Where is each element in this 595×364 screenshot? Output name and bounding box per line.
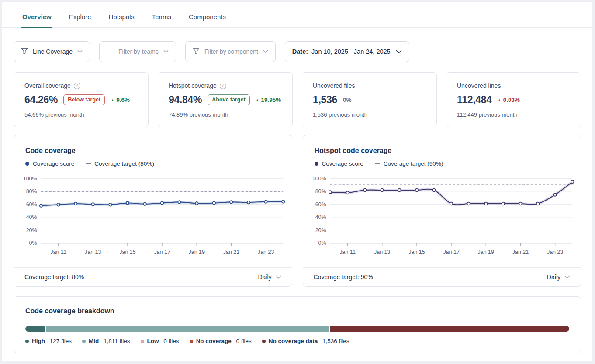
legend-label: Coverage score [33, 160, 74, 167]
data-point[interactable] [143, 202, 146, 205]
chart-footer: Coverage target: 90% Daily [303, 267, 581, 286]
breakdown-legend-item: No coverage 0 files [190, 338, 252, 344]
stat-label: Hotspot coverage [169, 82, 217, 89]
data-point[interactable] [57, 203, 60, 206]
stat-previous: 74.89% previous month [169, 111, 282, 118]
x-tick-label: Jan 13 [374, 249, 391, 255]
data-point[interactable] [502, 202, 505, 205]
filter-bar: Line Coverage Filter by teams Filter by … [14, 41, 581, 62]
legend-label: Coverage score [322, 160, 363, 167]
breakdown-legend-count: 0 files [235, 338, 252, 344]
data-point[interactable] [519, 202, 522, 205]
data-point[interactable] [91, 203, 94, 206]
data-point[interactable] [213, 201, 216, 205]
data-point[interactable] [571, 180, 574, 184]
data-point[interactable] [450, 202, 453, 205]
breakdown-segment-no-coverage-data[interactable] [330, 326, 569, 332]
breakdown-segment-mid[interactable] [46, 326, 329, 332]
code-coverage-breakdown-card: Code coverage breakdown High 127 filesMi… [14, 296, 581, 353]
component-filter-dropdown[interactable]: Filter by component [185, 41, 276, 62]
status-badge: Below target [63, 94, 105, 105]
legend-label: Coverage target (90%) [384, 160, 443, 167]
legend-coverage-target: Coverage target (80%) [86, 160, 154, 167]
breakdown-title: Code coverage breakdown [25, 307, 569, 315]
data-point[interactable] [161, 201, 164, 205]
stat-delta: 0% [343, 97, 352, 103]
info-icon[interactable]: i [220, 83, 226, 89]
x-tick-label: Jan 13 [85, 249, 101, 255]
interval-select[interactable]: Daily [258, 274, 281, 281]
interval-label: Daily [547, 274, 560, 281]
chevron-down-icon [77, 50, 83, 53]
teams-filter-dropdown[interactable]: Filter by teams [99, 41, 176, 62]
data-point[interactable] [264, 200, 267, 203]
legend-dot-icon [190, 340, 193, 343]
top-tabs: Overview Explore Hotspots Teams Componen… [2, 2, 592, 28]
x-tick-label: Jan 23 [258, 249, 274, 255]
charts-row: Code coverage Coverage score Coverage ta… [14, 135, 581, 287]
data-point[interactable] [329, 191, 332, 194]
metric-filter-label: Line Coverage [33, 48, 73, 55]
tab-components[interactable]: Components [188, 11, 227, 28]
data-point[interactable] [381, 189, 384, 192]
breakdown-segment-high[interactable] [25, 326, 45, 332]
data-point[interactable] [536, 202, 539, 205]
data-point[interactable] [432, 189, 436, 192]
data-point[interactable] [484, 202, 487, 205]
data-point[interactable] [247, 201, 250, 204]
chart-title: Hotspot code coverage [315, 147, 570, 155]
data-point[interactable] [282, 200, 285, 203]
data-point[interactable] [230, 201, 233, 204]
tab-teams[interactable]: Teams [151, 11, 172, 28]
metric-filter-dropdown[interactable]: Line Coverage [14, 41, 90, 62]
y-tick-label: 80% [315, 188, 326, 194]
delta-value: 0% [343, 97, 352, 103]
date-range-dropdown[interactable]: Date: Jan 10, 2025 - Jan 24, 2025 [285, 41, 409, 62]
data-point[interactable] [553, 193, 557, 196]
y-tick-label: 40% [26, 214, 37, 220]
chart-svg: 0%20%40%60%80%100%Jan 11Jan 13Jan 15Jan … [18, 173, 287, 267]
data-point[interactable] [195, 202, 198, 205]
funnel-icon [193, 47, 200, 56]
x-tick-label: Jan 21 [512, 249, 529, 255]
data-point[interactable] [363, 189, 366, 192]
breakdown-legend-count: 0 files [162, 338, 179, 344]
info-icon[interactable]: i [74, 83, 80, 89]
data-point[interactable] [109, 203, 112, 206]
x-tick-label: Jan 19 [477, 249, 494, 255]
chart-legend: Coverage score Coverage target (90%) [315, 160, 570, 167]
data-point[interactable] [178, 201, 181, 204]
x-tick-label: Jan 23 [547, 249, 563, 255]
target-dash-icon [375, 163, 380, 164]
data-point[interactable] [398, 189, 401, 192]
x-tick-label: Jan 11 [50, 249, 66, 255]
chevron-down-icon [263, 50, 268, 53]
date-value: Jan 10, 2025 - Jan 24, 2025 [311, 48, 391, 55]
series-dot-icon [25, 162, 29, 166]
series-line [330, 182, 572, 205]
data-point[interactable] [74, 202, 77, 205]
legend-dot-icon [82, 340, 86, 343]
interval-label: Daily [258, 274, 271, 281]
tab-hotspots[interactable]: Hotspots [108, 11, 135, 28]
legend-dot-icon [141, 340, 144, 343]
up-arrow-icon: ▲ [498, 98, 502, 102]
data-point[interactable] [467, 202, 470, 205]
data-point[interactable] [126, 201, 129, 205]
interval-select[interactable]: Daily [547, 274, 570, 281]
stat-label: Overall coverage [24, 82, 71, 89]
breakdown-legend-count: 1,811 files [102, 338, 130, 344]
tab-explore[interactable]: Explore [68, 11, 92, 28]
chart-title: Code coverage [25, 147, 280, 155]
chart-legend: Coverage score Coverage target (80%) [25, 160, 280, 167]
delta-value: 0.03% [503, 97, 520, 103]
breakdown-legend-item: Mid 1,811 files [82, 338, 130, 344]
tab-overview[interactable]: Overview [21, 11, 52, 28]
breakdown-bar [25, 326, 569, 332]
data-point[interactable] [415, 189, 418, 192]
funnel-icon [107, 47, 114, 56]
legend-coverage-score: Coverage score [25, 160, 74, 167]
data-point[interactable] [346, 191, 349, 194]
series-halo [330, 182, 572, 205]
data-point[interactable] [40, 204, 43, 207]
